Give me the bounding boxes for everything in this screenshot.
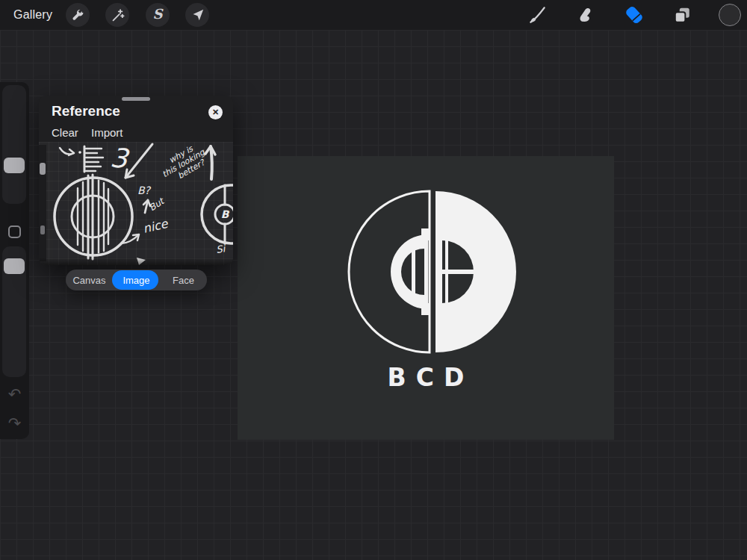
import-button[interactable]: Import: [91, 126, 123, 139]
brush-opacity-handle[interactable]: [4, 258, 25, 274]
undo-button[interactable]: ↶: [0, 385, 29, 405]
paint-brush-icon: [527, 5, 547, 25]
magic-wand-icon: [110, 7, 125, 22]
transform-arrow-icon: [190, 7, 205, 22]
sketch-si: Si: [215, 243, 226, 255]
reference-image-fade: [39, 258, 233, 265]
panel-drag-handle[interactable]: [122, 97, 150, 101]
sketch-but: But: [147, 195, 167, 213]
reference-panel-title: Reference: [52, 103, 120, 119]
selection-button[interactable]: S: [146, 3, 170, 27]
close-button[interactable]: ✕: [208, 105, 223, 119]
eraser-tool-button[interactable]: [622, 3, 647, 27]
layers-icon: [672, 5, 692, 25]
reference-panel[interactable]: Reference ✕ Clear Import: [39, 96, 233, 265]
top-toolbar: Gallery S: [0, 0, 747, 30]
actions-button[interactable]: [66, 3, 90, 27]
tab-image[interactable]: Image: [113, 275, 160, 286]
brush-size-handle[interactable]: [4, 158, 25, 173]
reference-tab-bar: Canvas Image Face: [66, 270, 207, 290]
bcd-logo-artwork: [344, 182, 524, 361]
app-window: Gallery S: [0, 0, 747, 560]
eraser-icon: [624, 4, 645, 25]
layers-button[interactable]: [669, 3, 695, 27]
brush-size-slider[interactable]: [2, 85, 26, 204]
paint-tool-button[interactable]: [524, 3, 550, 27]
sketch-nice: nice: [142, 217, 170, 236]
tab-canvas[interactable]: Canvas: [66, 275, 113, 286]
active-color-swatch[interactable]: [719, 4, 741, 26]
wrench-icon: [70, 7, 85, 22]
sketch-b-letter: B: [221, 208, 230, 220]
tab-face[interactable]: Face: [160, 275, 207, 286]
selection-s-icon: S: [153, 7, 163, 21]
smudge-finger-icon: [576, 5, 595, 25]
reference-image[interactable]: 3 why is this looking better? B? But nic…: [39, 142, 233, 265]
reference-sketch: 3 why is this looking better? B? But nic…: [39, 142, 233, 265]
sketch-b-question: B?: [137, 184, 152, 196]
adjustments-button[interactable]: [105, 3, 129, 27]
drawing-canvas[interactable]: BCD: [238, 156, 614, 440]
brush-sidebar: ↶ ↷: [0, 82, 29, 439]
clear-button[interactable]: Clear: [52, 126, 78, 139]
modify-button[interactable]: [8, 225, 21, 238]
logo-wordmark: BCD: [351, 363, 500, 392]
transform-button[interactable]: [185, 3, 209, 27]
gallery-button[interactable]: Gallery: [13, 0, 52, 30]
redo-button[interactable]: ↷: [0, 414, 29, 435]
smudge-tool-button[interactable]: [573, 3, 598, 27]
